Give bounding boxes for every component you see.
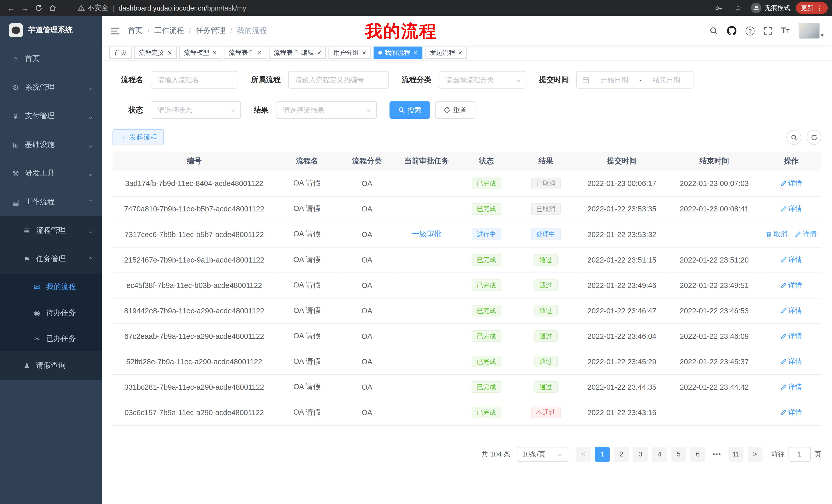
detail-link[interactable]: 详情 (780, 331, 802, 341)
bookmark-star-icon[interactable]: ☆ (731, 2, 745, 15)
detail-link[interactable]: 详情 (780, 204, 802, 214)
status-badge: 进行中 (471, 228, 501, 240)
detail-link[interactable]: 详情 (780, 306, 802, 315)
close-icon[interactable]: × (257, 49, 261, 56)
pagination-page-11[interactable]: 11 (729, 447, 744, 461)
pagination-page-6[interactable]: 6 (690, 447, 705, 461)
sidebar-item-12[interactable]: ♟请假查询 (0, 352, 102, 380)
sidebar-item-7[interactable]: ≣流程管理⌄ (0, 216, 102, 245)
column-header: 编号 (113, 151, 276, 171)
refresh-icon (443, 107, 450, 114)
jump-page-input[interactable] (788, 447, 811, 461)
sidebar-item-2[interactable]: ⚙系统管理⌄ (0, 73, 102, 102)
detail-link[interactable]: 详情 (780, 281, 802, 290)
detail-link[interactable]: 详情 (780, 255, 802, 264)
reset-button[interactable]: 重置 (435, 101, 475, 119)
font-size-icon[interactable]: TT (781, 26, 789, 35)
detail-link[interactable]: 详情 (795, 230, 817, 239)
end-date-placeholder: 结束日期 (645, 75, 688, 85)
home-icon: ⌂ (11, 55, 20, 63)
toggle-search-button[interactable] (786, 130, 801, 145)
breadcrumb-item[interactable]: 我的流程 (237, 26, 267, 35)
result-badge: 通过 (534, 279, 557, 291)
sidebar-item-1[interactable]: ⌂首页 (0, 45, 102, 73)
incognito-profile[interactable]: 无痕模式 (751, 3, 790, 13)
search-button[interactable]: 搜索 (390, 101, 430, 119)
tab-6[interactable]: 用户分组× (329, 47, 371, 59)
detail-link[interactable]: 详情 (780, 408, 802, 417)
close-icon[interactable]: × (167, 49, 172, 56)
hamburger-icon[interactable] (110, 27, 120, 35)
detail-link[interactable]: 详情 (780, 382, 802, 392)
sidebar-item-4[interactable]: ⊞基础设施⌄ (0, 131, 102, 159)
current-task-link[interactable]: 一级审批 (412, 230, 442, 238)
refresh-table-button[interactable] (807, 130, 822, 145)
cell-actions: 详情 (761, 196, 821, 222)
pagination-page-3[interactable]: 3 (633, 447, 648, 461)
close-icon[interactable]: × (458, 49, 462, 56)
cell-current-task (396, 273, 458, 298)
user-menu[interactable]: ▾ (799, 23, 824, 39)
sidebar-item-5[interactable]: ⚒研发工具⌄ (0, 159, 102, 188)
search-icon[interactable] (709, 26, 718, 35)
menu-dots-icon[interactable]: ⋮ (816, 5, 823, 11)
cancel-link[interactable]: 取消 (766, 230, 787, 239)
tab-7[interactable]: 我的流程× (373, 47, 422, 59)
tab-4[interactable]: 流程表单× (224, 47, 266, 59)
create-process-button[interactable]: ＋ 发起流程 (113, 130, 164, 145)
reload-icon[interactable] (32, 2, 46, 15)
pagination-page-1[interactable]: 1 (595, 447, 610, 461)
pagination-page-5[interactable]: 5 (671, 447, 686, 461)
prev-page-button[interactable]: < (576, 447, 591, 461)
process-name-label: 流程名 (114, 75, 144, 85)
back-icon[interactable]: ← (4, 2, 18, 15)
detail-link[interactable]: 详情 (780, 357, 802, 366)
sidebar-item-3[interactable]: ¥支付管理⌄ (0, 102, 102, 130)
detail-link[interactable]: 详情 (780, 179, 802, 188)
update-button[interactable]: 更新 ⋮ (796, 2, 828, 13)
breadcrumb-item[interactable]: 工作流程 (154, 26, 184, 35)
result-select[interactable] (276, 101, 377, 119)
status-badge: 已完成 (471, 254, 501, 265)
next-page-button[interactable]: > (748, 447, 762, 461)
result-badge: 已取消 (531, 203, 561, 215)
tab-1[interactable]: 首页 (109, 47, 132, 59)
process-name-input[interactable] (151, 71, 238, 89)
date-range-picker[interactable]: 开始日期 - 结束日期 (576, 71, 694, 89)
close-icon[interactable]: × (317, 49, 321, 56)
category-select[interactable] (439, 71, 526, 89)
help-icon[interactable]: ? (746, 26, 755, 35)
pagination-page-4[interactable]: 4 (652, 447, 667, 461)
sidebar-item-9[interactable]: ✉我的流程 (0, 274, 102, 300)
home-icon[interactable] (46, 2, 59, 15)
breadcrumb-item[interactable]: 首页 (128, 26, 143, 35)
sidebar-item-10[interactable]: ◉待办任务 (0, 300, 102, 326)
key-icon[interactable] (712, 2, 726, 15)
tab-3[interactable]: 流程模型× (179, 47, 222, 59)
sidebar-item-8[interactable]: ⚑任务管理⌃ (0, 245, 102, 273)
tab-8[interactable]: 发起流程× (425, 47, 467, 59)
cell-current-task (396, 374, 458, 400)
security-status[interactable]: 不安全 (77, 3, 108, 12)
address-bar[interactable]: 不安全 | dashboard.yudao.iocoder.cn/bpm/tas… (65, 3, 706, 12)
page-size-select[interactable]: 10条/页 ⌄ (517, 447, 568, 461)
cell-category: OA (338, 171, 396, 196)
status-select[interactable] (151, 101, 241, 119)
pagination-page-2[interactable]: 2 (614, 447, 629, 461)
close-icon[interactable]: × (362, 49, 366, 56)
sidebar-item-11[interactable]: ✂已办任务 (0, 326, 102, 352)
close-icon[interactable]: × (413, 49, 418, 56)
pagination-ellipsis[interactable]: ••• (709, 447, 724, 461)
tab-2[interactable]: 流程定义× (134, 47, 176, 59)
sidebar-item-6[interactable]: ▤工作流程⌃ (0, 188, 102, 216)
table-row: 7317cec6-7b9b-11ec-b5b7-acde48001122OA 请… (113, 222, 822, 247)
tab-5[interactable]: 流程表单-编辑× (269, 47, 326, 59)
process-def-input[interactable] (288, 71, 389, 89)
forward-icon[interactable]: → (18, 2, 32, 15)
calendar-icon (582, 76, 590, 83)
fullscreen-icon[interactable] (763, 26, 772, 35)
breadcrumb-item[interactable]: 任务管理 (196, 26, 226, 35)
app-logo[interactable]: 芋道管理系统 (0, 16, 102, 45)
close-icon[interactable]: × (213, 49, 217, 56)
github-icon[interactable] (727, 26, 737, 35)
